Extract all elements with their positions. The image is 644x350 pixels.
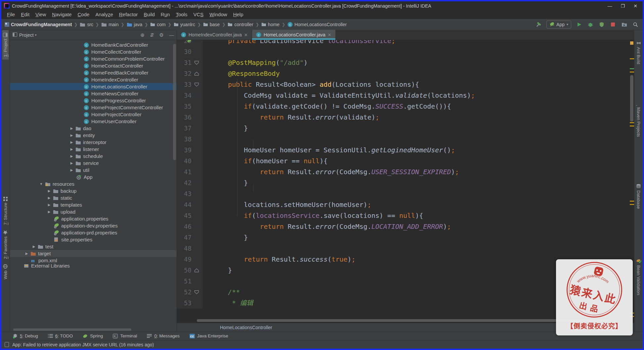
tree-item-entity[interactable]: ▶entity: [10, 132, 177, 139]
close-tab-icon[interactable]: ✕: [328, 32, 331, 37]
fold-u-icon[interactable]: [194, 72, 199, 76]
breadcrumb-item-controller[interactable]: controller: [228, 22, 253, 27]
run-folder-button[interactable]: [621, 21, 627, 28]
breadcrumb-item-homelocationscontroller[interactable]: cHomeLocationsController: [287, 22, 347, 27]
tree-item-homecollectcontroller[interactable]: cHomeCollectController: [10, 48, 177, 55]
chevron-collapsed-icon[interactable]: ▶: [30, 245, 37, 248]
chevron-collapsed-icon[interactable]: ▶: [68, 161, 75, 165]
tree-item-homeprojectcommentcontroller[interactable]: cHomeProjectCommentController: [10, 104, 177, 111]
close-button[interactable]: ✕: [633, 3, 637, 9]
chevron-collapsed-icon[interactable]: ▶: [46, 189, 53, 193]
minimize-button[interactable]: —: [608, 3, 612, 9]
tree-item-app[interactable]: App: [10, 174, 177, 180]
menu-item-help[interactable]: Help: [230, 12, 246, 17]
tree-item-templates[interactable]: ▶templates: [10, 201, 177, 208]
fold-d-icon[interactable]: [194, 82, 199, 87]
run-button[interactable]: [576, 21, 582, 28]
tree-item-application-dev-properties[interactable]: application-dev.properties: [10, 222, 177, 229]
chevron-collapsed-icon[interactable]: ▶: [68, 168, 75, 172]
toolwindow-toggle-icon[interactable]: [5, 342, 9, 347]
tree-item-resources[interactable]: ▼resources: [10, 180, 177, 187]
chevron-collapsed-icon[interactable]: ▶: [68, 126, 75, 130]
tree-item-homelocationscontroller[interactable]: cHomeLocationsController: [10, 83, 177, 90]
tree-item-listener[interactable]: ▶listener: [10, 146, 177, 153]
toolwindow-button-5-debug[interactable]: 5: Debug: [13, 333, 38, 338]
tree-item-service[interactable]: ▶service: [10, 160, 177, 167]
tab-homeindexcontroller.java[interactable]: cHomeIndexController.java✕: [177, 30, 252, 40]
sidebar-item-bean-validation[interactable]: Bean Validation: [635, 256, 642, 298]
tree-item-homecommonproblemcontroller[interactable]: cHomeCommonProblemController: [10, 55, 177, 62]
tree-item-external-libraries[interactable]: External Libraries: [10, 264, 177, 268]
tree-item-dao[interactable]: ▶dao: [10, 125, 177, 132]
maximize-button[interactable]: ❐: [621, 3, 625, 9]
fold-u-icon[interactable]: [194, 268, 199, 273]
chevron-down-icon[interactable]: ▾: [35, 33, 37, 37]
tree-item-homenewscontroller[interactable]: cHomeNewsController: [10, 90, 177, 97]
toolwindow-button-terminal[interactable]: >_Terminal: [113, 333, 137, 338]
chevron-collapsed-icon[interactable]: ▶: [68, 140, 75, 144]
chevron-collapsed-icon[interactable]: ▶: [46, 210, 53, 214]
chevron-expanded-icon[interactable]: ▼: [38, 182, 45, 186]
menu-item-vcs[interactable]: VCS: [190, 12, 206, 17]
breadcrumb-item-src[interactable]: src: [80, 22, 93, 27]
menu-item-analyze[interactable]: Analyze: [92, 12, 116, 17]
hide-icon[interactable]: —: [169, 32, 174, 38]
toolwindow-button-java-enterprise[interactable]: EEJava Enterprise: [190, 333, 228, 338]
build-hammer-button[interactable]: [535, 21, 542, 28]
breadcrumb-item-crowdfundingmanagement[interactable]: CrowdFundingManagement: [5, 22, 72, 27]
sidebar-item-web[interactable]: Web: [2, 262, 9, 282]
menu-item-refactor[interactable]: Refactor: [116, 12, 141, 17]
menu-item-file[interactable]: File: [4, 12, 18, 17]
stop-button[interactable]: [610, 21, 616, 28]
tree-item-application-properties[interactable]: application.properties: [10, 215, 177, 222]
menu-item-edit[interactable]: Edit: [18, 12, 32, 17]
settings-icon[interactable]: ⚙: [159, 32, 164, 38]
breadcrumb-item-main[interactable]: main: [101, 22, 118, 27]
spring-bean-gutter-icon[interactable]: [187, 40, 192, 43]
fold-d-icon[interactable]: [194, 61, 199, 65]
chevron-collapsed-icon[interactable]: ▶: [68, 154, 75, 158]
run-config-selector[interactable]: App▾: [546, 21, 571, 28]
fold-d-icon[interactable]: [194, 290, 199, 294]
tree-item-static[interactable]: ▶static: [10, 194, 177, 201]
menu-item-navigate[interactable]: Navigate: [49, 12, 74, 17]
tree-item-homeprogresscontroller[interactable]: cHomeProgressController: [10, 97, 177, 104]
toolwindow-button-6-todo[interactable]: 6: TODO: [48, 333, 73, 338]
breadcrumb-item-java[interactable]: java: [127, 22, 143, 27]
tree-item-backup[interactable]: ▶backup: [10, 187, 177, 194]
tree-item-pom-xml[interactable]: mpom.xml: [10, 257, 177, 264]
sidebar-item-1-project[interactable]: 1: Project: [2, 30, 9, 60]
locate-icon[interactable]: ⊕: [140, 32, 145, 38]
tree-item-homeusercontroller[interactable]: cHomeUserController: [10, 118, 177, 125]
editor-vertical-scrollbar[interactable]: [630, 75, 633, 122]
tree-item-target[interactable]: ▶target: [10, 250, 177, 257]
tree-item-site-properties[interactable]: site.properties: [10, 236, 177, 243]
tree-item-test[interactable]: ▶test: [10, 243, 177, 250]
tree-item-util[interactable]: ▶util: [10, 167, 177, 174]
inspection-indicator-icon[interactable]: [630, 41, 633, 45]
tree-horizontal-scrollbar[interactable]: [13, 328, 131, 331]
chevron-collapsed-icon[interactable]: ▶: [68, 147, 75, 151]
chevron-collapsed-icon[interactable]: ▶: [23, 252, 30, 255]
menu-item-window[interactable]: Window: [206, 12, 230, 17]
menu-item-view[interactable]: View: [32, 12, 49, 17]
menu-item-tools[interactable]: Tools: [173, 12, 190, 17]
tab-homelocationscontroller.java[interactable]: cHomeLocationsController.java✕: [252, 30, 335, 40]
breadcrumb-item-yuanlrc[interactable]: yuanlrc: [174, 22, 195, 27]
tree-item-homebankcardcontroller[interactable]: cHomeBankCardController: [10, 41, 177, 48]
menu-item-code[interactable]: Code: [75, 12, 93, 17]
breadcrumb-item-home[interactable]: home: [261, 22, 279, 27]
coverage-button[interactable]: [598, 21, 605, 28]
sidebar-item-7-structure[interactable]: 7: Structure: [2, 194, 9, 227]
sidebar-item-2-favorites[interactable]: 2: Favorites: [2, 228, 9, 262]
breadcrumb-item-base[interactable]: base: [203, 22, 220, 27]
tree-item-schedule[interactable]: ▶schedule: [10, 153, 177, 160]
tree-vertical-scrollbar[interactable]: [173, 44, 176, 160]
chevron-collapsed-icon[interactable]: ▶: [68, 133, 75, 137]
sidebar-item-maven-projects[interactable]: mMaven Projects: [635, 98, 642, 140]
toolwindow-button-spring[interactable]: Spring: [83, 333, 103, 338]
tree-item-homefeedbackcontroller[interactable]: cHomeFeedBackController: [10, 69, 177, 76]
tree-item-interceptor[interactable]: ▶interceptor: [10, 139, 177, 146]
sidebar-item-ant-build[interactable]: Ant Build: [635, 38, 642, 67]
tree-item-application-prd-properties[interactable]: application-prd.properties: [10, 229, 177, 236]
